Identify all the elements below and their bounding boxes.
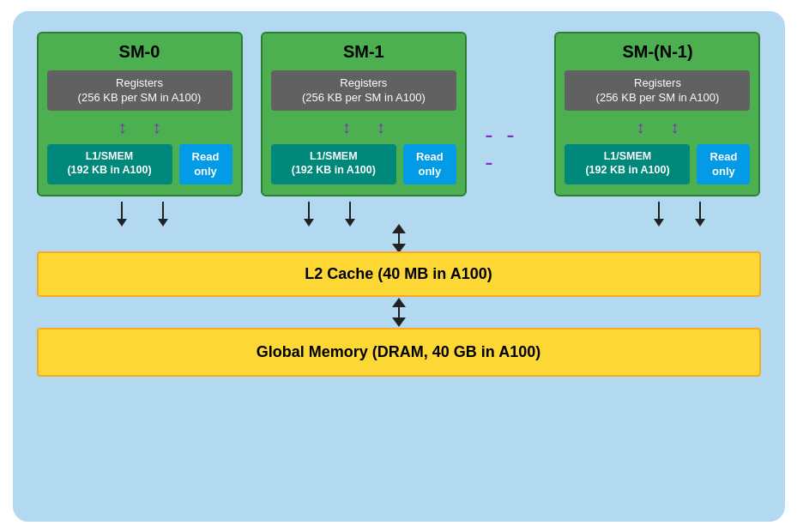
sm0-registers: Registers (256 KB per SM in A100) (47, 70, 232, 111)
l2-cache-label: L2 Cache (40 MB in A100) (305, 265, 492, 282)
sm0-lower: L1/SMEM (192 KB in A100) Read only (47, 144, 232, 184)
smN-readonly: Read only (697, 144, 750, 184)
sm1-readonly: Read only (403, 144, 456, 184)
l2-to-gm-arrow (37, 297, 761, 328)
smN-lower: L1/SMEM (192 KB in A100) Read only (565, 144, 750, 184)
global-memory-label: Global Memory (DRAM, 40 GB in A100) (257, 343, 540, 360)
global-memory-bar: Global Memory (DRAM, 40 GB in A100) (37, 328, 761, 377)
sm0-purple-arrows: ↕ ↕ (118, 118, 161, 137)
sm1-title: SM-1 (343, 42, 384, 62)
l2-cache-bar: L2 Cache (40 MB in A100) (37, 251, 761, 297)
smN-title: SM-(N-1) (622, 42, 692, 62)
sm0-readonly: Read only (179, 144, 232, 184)
sm-block-n: SM-(N-1) Registers (256 KB per SM in A10… (554, 32, 760, 196)
sm1-l1: L1/SMEM (192 KB in A100) (271, 144, 396, 184)
smN-purple-arrows: ↕ ↕ (636, 118, 679, 137)
diagram-container: SM-0 Registers (256 KB per SM in A100) ↕… (13, 11, 785, 522)
sm1-lower: L1/SMEM (192 KB in A100) Read only (271, 144, 456, 184)
sm-block-1: SM-1 Registers (256 KB per SM in A100) ↕… (261, 32, 467, 196)
sm0-title: SM-0 (119, 42, 160, 62)
sm-to-l2-arrow (37, 226, 761, 251)
sm0-l1: L1/SMEM (192 KB in A100) (47, 144, 172, 184)
sm-row: SM-0 Registers (256 KB per SM in A100) ↕… (37, 32, 761, 196)
smN-l1: L1/SMEM (192 KB in A100) (565, 144, 690, 184)
smN-registers: Registers (256 KB per SM in A100) (565, 70, 750, 111)
sm1-purple-arrows: ↕ ↕ (342, 118, 385, 137)
sm-block-0: SM-0 Registers (256 KB per SM in A100) ↕… (37, 32, 243, 196)
dots-separator: - - - (485, 52, 536, 176)
sm1-registers: Registers (256 KB per SM in A100) (271, 70, 456, 111)
